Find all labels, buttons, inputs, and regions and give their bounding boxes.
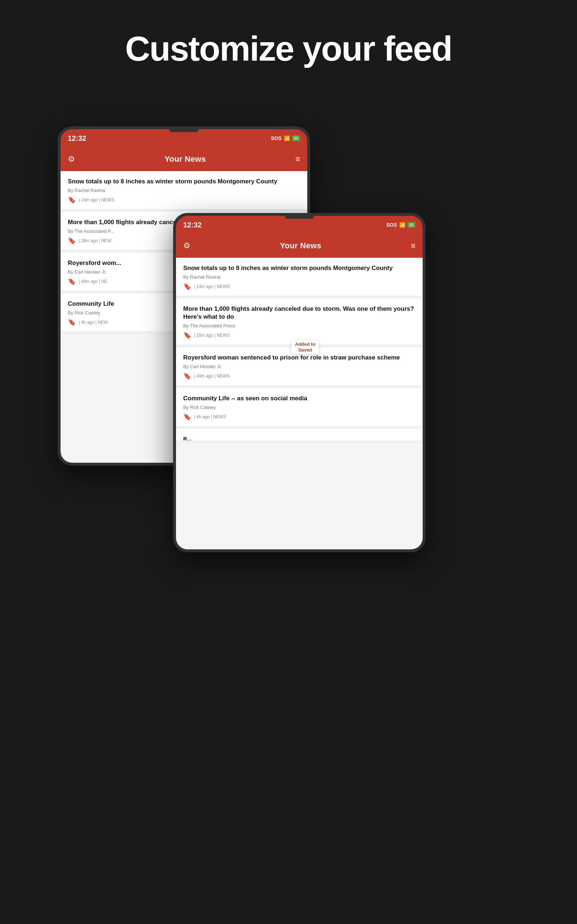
back-battery: 53 [292,135,300,141]
back-notch [169,129,198,132]
front-bookmark-4[interactable]: 🔖 [183,413,191,421]
back-bookmark-3[interactable]: 🔖 [68,278,76,286]
back-time-1: | 24m ago | NEWS [79,197,114,202]
back-wifi-icon: 📶 [284,135,290,141]
back-headline-1: Snow totals up to 8 inches as winter sto… [68,178,300,186]
front-headline-2: More than 1,000 flights already canceled… [183,305,416,321]
front-bookmark-3[interactable]: 🔖 [183,372,191,380]
front-article-3: Added to Saved Royersford woman sentence… [176,347,423,388]
front-headline-3: Royersford woman sentenced to prison for… [183,354,416,362]
back-byline-1: By Rachel Ravina [68,188,300,193]
front-article-5-partial: R... [176,429,423,443]
back-article-1: Snow totals up to 8 inches as winter sto… [61,171,307,212]
front-byline-3: By Carl Hessler Jr. [183,364,416,369]
front-byline-2: By The Associated Press [183,323,416,328]
back-bookmark-4[interactable]: 🔖 [68,318,76,326]
front-article-1: Snow totals up to 8 inches as winter sto… [176,258,423,299]
front-headline-5: R... [183,435,416,443]
back-bookmark-2[interactable]: 🔖 [68,237,76,245]
back-meta-1: 🔖 | 24m ago | NEWS [68,196,300,204]
front-byline-4: By Rick Cawley [183,405,416,410]
front-app-title: Your News [280,241,321,250]
front-filter-icon[interactable]: ≡ [411,241,416,250]
saved-tooltip-line1: Added to [295,341,315,347]
back-time-2: | 28m ago | NEW [79,238,111,243]
back-time-4: | 4h ago | NEW [79,320,108,325]
back-time-3: | 49m ago | NE [79,279,108,284]
front-status-right: SOS 📶 53 [386,222,416,228]
back-time: 12:32 [68,134,86,142]
front-wifi-icon: 📶 [399,222,405,228]
front-meta-2: 🔖 | 28m ago | NEWS [183,331,416,339]
front-article-4: Community Life -- as seen on social medi… [176,388,423,429]
front-time-2: | 28m ago | NEWS [194,333,230,338]
front-time: 12:32 [183,221,201,229]
front-battery: 53 [408,222,416,228]
back-sos: SOS [271,135,282,141]
front-bookmark-1[interactable]: 🔖 [183,283,191,291]
front-bookmark-2[interactable]: 🔖 [183,331,191,339]
tablets-container: 12:32 SOS 📶 53 ⚙ Your News ≡ Snow totals… [36,105,541,790]
front-byline-1: By Rachel Ravina [183,274,416,280]
saved-tooltip-line2: Saved [298,347,312,353]
front-time-3: | 49m ago | NEWS [194,373,230,379]
back-app-header: ⚙ Your News ≡ [61,147,307,171]
tablet-front: 12:32 SOS 📶 53 ⚙ Your News ≡ Snow totals… [173,213,425,552]
front-meta-3: 🔖 | 49m ago | NEWS [183,372,416,380]
front-meta-4: 🔖 | 4h ago | NEWS [183,413,416,421]
back-bookmark-1[interactable]: 🔖 [68,196,76,204]
front-time-4: | 4h ago | NEWS [194,414,226,419]
front-sos: SOS [386,222,397,228]
front-app-header: ⚙ Your News ≡ [176,234,423,258]
front-meta-1: 🔖 | 24m ago | NEWS [183,283,416,291]
saved-tooltip: Added to Saved [292,340,319,354]
back-gear-icon[interactable]: ⚙ [68,155,75,164]
front-headline-4: Community Life -- as seen on social medi… [183,394,416,402]
back-app-title: Your News [164,155,206,164]
page-title: Customize your feed [125,29,452,69]
back-filter-icon[interactable]: ≡ [295,155,300,164]
front-notch [285,216,314,219]
front-gear-icon[interactable]: ⚙ [183,241,190,250]
back-status-right: SOS 📶 53 [271,135,300,141]
front-news-content: Snow totals up to 8 inches as winter sto… [176,258,423,549]
front-time-1: | 24m ago | NEWS [194,284,230,289]
front-headline-1: Snow totals up to 8 inches as winter sto… [183,264,416,272]
